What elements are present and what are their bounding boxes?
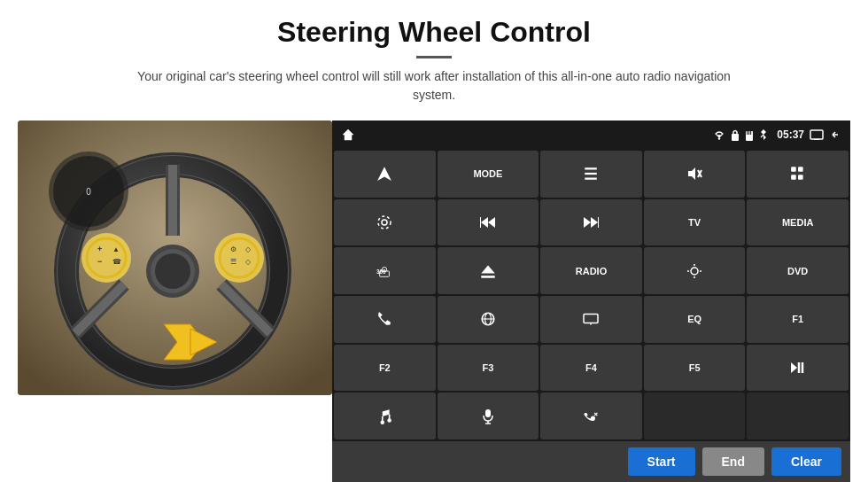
svg-point-16 <box>214 233 264 283</box>
controls-panel: 05:37 <box>332 120 850 482</box>
svg-rect-49 <box>798 175 803 180</box>
header-section: Steering Wheel Control Your original car… <box>0 0 868 112</box>
svg-rect-32 <box>732 134 739 141</box>
svg-text:▲: ▲ <box>112 245 120 253</box>
end-button[interactable]: End <box>702 447 764 476</box>
btn-fastforward[interactable] <box>540 199 642 246</box>
btn-list[interactable] <box>540 151 642 198</box>
svg-rect-38 <box>810 130 823 139</box>
btn-empty-2[interactable] <box>747 393 849 439</box>
svg-text:−: − <box>97 257 102 266</box>
btn-call-end[interactable] <box>540 393 642 439</box>
svg-text:0: 0 <box>86 187 91 197</box>
svg-text:⚙: ⚙ <box>230 245 236 253</box>
wifi-icon <box>713 129 725 140</box>
svg-marker-55 <box>584 217 591 228</box>
svg-rect-48 <box>791 175 796 180</box>
svg-text:☰: ☰ <box>230 258 236 266</box>
btn-eject[interactable] <box>438 247 539 294</box>
btn-tv[interactable]: TV <box>644 199 746 246</box>
svg-marker-74 <box>791 362 797 373</box>
btn-f2[interactable]: F2 <box>334 345 436 392</box>
svg-point-14 <box>81 233 131 283</box>
svg-point-50 <box>382 220 387 225</box>
btn-navigate[interactable] <box>334 151 436 198</box>
svg-point-31 <box>718 137 720 139</box>
svg-rect-36 <box>750 131 751 135</box>
bluetooth-icon <box>759 128 768 141</box>
page-container: Steering Wheel Control Your original car… <box>0 0 868 482</box>
svg-marker-56 <box>591 217 598 228</box>
btn-phone[interactable] <box>334 296 436 343</box>
svg-rect-46 <box>791 167 796 172</box>
btn-360[interactable]: 360 <box>334 247 436 294</box>
btn-empty-1[interactable] <box>644 393 746 439</box>
svg-marker-40 <box>377 167 391 181</box>
svg-text:◇: ◇ <box>245 245 252 253</box>
svg-marker-61 <box>481 265 494 273</box>
btn-mic[interactable] <box>438 393 539 439</box>
start-button[interactable]: Start <box>628 447 695 476</box>
svg-rect-34 <box>747 131 748 135</box>
svg-marker-52 <box>488 217 495 228</box>
lock-icon <box>731 129 740 141</box>
btn-brightness[interactable] <box>644 247 746 294</box>
btn-f3[interactable]: F3 <box>438 345 539 392</box>
home-icon <box>341 128 355 142</box>
sd-icon <box>745 129 754 141</box>
svg-rect-35 <box>748 131 749 135</box>
svg-rect-47 <box>798 167 803 172</box>
back-icon <box>829 129 841 140</box>
btn-eq[interactable]: EQ <box>644 296 746 343</box>
status-bar: 05:37 <box>332 120 850 149</box>
svg-text:◇: ◇ <box>245 258 252 266</box>
btn-display[interactable] <box>540 296 642 343</box>
svg-point-63 <box>691 268 698 275</box>
svg-marker-53 <box>481 217 488 228</box>
btn-f1[interactable]: F1 <box>747 296 849 343</box>
page-title: Steering Wheel Control <box>35 16 833 49</box>
btn-mode[interactable]: MODE <box>438 151 539 198</box>
btn-media[interactable]: MEDIA <box>747 199 849 246</box>
bottom-action-bar: Start End Clear <box>332 441 850 482</box>
btn-browse[interactable] <box>438 296 539 343</box>
btn-rewind[interactable] <box>438 199 539 246</box>
page-subtitle: Your original car's steering wheel contr… <box>133 67 735 105</box>
svg-rect-39 <box>814 139 819 140</box>
svg-rect-71 <box>584 315 598 323</box>
svg-point-13 <box>155 253 190 289</box>
svg-point-78 <box>381 420 385 424</box>
btn-music[interactable] <box>334 393 436 439</box>
svg-point-80 <box>388 418 392 423</box>
steering-wheel-image: + ▲ − ☎ ⚙ ◇ ☰ ◇ 0 <box>18 120 332 395</box>
content-section: + ▲ − ☎ ⚙ ◇ ☰ ◇ 0 <box>0 112 868 482</box>
svg-rect-62 <box>481 276 494 278</box>
btn-settings[interactable] <box>334 199 436 246</box>
btn-radio[interactable]: RADIO <box>540 247 642 294</box>
clear-button[interactable]: Clear <box>771 447 841 476</box>
btn-f4[interactable]: F4 <box>540 345 642 392</box>
screen-icon <box>810 129 824 140</box>
title-divider <box>416 56 452 58</box>
svg-line-37 <box>761 135 763 137</box>
svg-rect-81 <box>485 409 491 417</box>
svg-text:+: + <box>97 245 102 253</box>
btn-playpause[interactable] <box>747 345 849 392</box>
svg-text:☎: ☎ <box>112 258 121 266</box>
svg-point-51 <box>378 216 391 229</box>
btn-apps[interactable] <box>747 151 849 198</box>
buttons-grid: MODE <box>332 149 850 441</box>
status-bar-left <box>341 128 355 142</box>
status-time: 05:37 <box>777 128 804 141</box>
btn-dvd[interactable]: DVD <box>747 247 849 294</box>
status-bar-right: 05:37 <box>713 128 841 141</box>
btn-f5[interactable]: F5 <box>644 345 746 392</box>
btn-mute[interactable] <box>644 151 746 198</box>
